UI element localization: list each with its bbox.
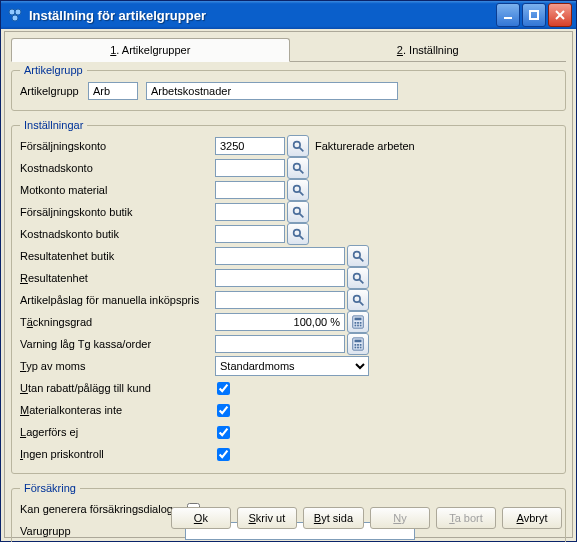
close-button[interactable] xyxy=(548,3,572,27)
label-motkonto: Motkonto material xyxy=(20,184,215,196)
svg-point-21 xyxy=(353,295,360,302)
legend-installningar: Inställningar xyxy=(20,119,87,131)
label-tackningsgrad: Täckningsgrad xyxy=(20,316,215,328)
ok-button[interactable]: Ok xyxy=(171,507,231,529)
svg-rect-37 xyxy=(357,347,359,349)
tackningsgrad-calc-button[interactable] xyxy=(347,311,369,333)
svg-point-9 xyxy=(293,163,300,170)
re-input[interactable] xyxy=(215,269,345,287)
svg-rect-32 xyxy=(355,340,362,343)
main-panel: Artikelgrupp Artikelgrupp Inställningar … xyxy=(11,64,566,542)
label-ingen-pk: Ingen priskontroll xyxy=(20,448,215,460)
re-lookup-button[interactable] xyxy=(347,267,369,289)
re-butik-input[interactable] xyxy=(215,247,345,265)
artikelgrupp-name-input[interactable] xyxy=(146,82,398,100)
svg-rect-28 xyxy=(355,325,357,327)
svg-line-12 xyxy=(299,191,303,195)
label-matkont: Materialkonteras inte xyxy=(20,404,215,416)
re-butik-lookup-button[interactable] xyxy=(347,245,369,267)
legend-artikelgrupp: Artikelgrupp xyxy=(20,64,87,76)
dialog-window: Inställning för artikelgrupper 1. Artike… xyxy=(0,0,577,542)
avbryt-button[interactable]: Avbryt xyxy=(502,507,562,529)
moms-select[interactable]: Standardmoms xyxy=(215,356,369,376)
svg-rect-26 xyxy=(357,322,359,324)
ingen-pk-checkbox[interactable] xyxy=(217,448,230,461)
svg-point-0 xyxy=(9,9,15,15)
ny-button[interactable]: Ny xyxy=(370,507,430,529)
svg-rect-24 xyxy=(355,318,362,321)
svg-line-14 xyxy=(299,213,303,217)
tab-installning[interactable]: 2. Inställning xyxy=(290,38,567,62)
svg-point-2 xyxy=(12,15,18,21)
apaslag-input[interactable] xyxy=(215,291,345,309)
label-fk-butik: Försäljningskonto butik xyxy=(20,206,215,218)
skriv-ut-button[interactable]: Skriv ut xyxy=(237,507,297,529)
matkont-checkbox[interactable] xyxy=(217,404,230,417)
motkonto-lookup-button[interactable] xyxy=(287,179,309,201)
svg-rect-30 xyxy=(360,325,362,327)
svg-line-8 xyxy=(299,147,303,151)
forsaljningskonto-lookup-button[interactable] xyxy=(287,135,309,157)
apaslag-lookup-button[interactable] xyxy=(347,289,369,311)
ta-bort-button[interactable]: Ta bort xyxy=(436,507,496,529)
label-artikelgrupp: Artikelgrupp xyxy=(20,85,88,97)
byt-sida-button[interactable]: Byt sida xyxy=(303,507,364,529)
minimize-button[interactable] xyxy=(496,3,520,27)
svg-point-13 xyxy=(293,207,300,214)
svg-rect-33 xyxy=(355,344,357,346)
svg-point-7 xyxy=(293,141,300,148)
svg-rect-27 xyxy=(360,322,362,324)
fk-butik-input[interactable] xyxy=(215,203,285,221)
client-area: 1. Artikelgrupper 2. Inställning Artikel… xyxy=(4,31,573,538)
svg-rect-36 xyxy=(355,347,357,349)
tackningsgrad-input[interactable] xyxy=(215,313,345,331)
svg-point-11 xyxy=(293,185,300,192)
svg-rect-35 xyxy=(360,344,362,346)
svg-point-15 xyxy=(293,229,300,236)
label-re-butik: Resultatenhet butik xyxy=(20,250,215,262)
svg-rect-3 xyxy=(504,17,512,19)
tab-artikelgrupper[interactable]: 1. Artikelgrupper xyxy=(11,38,290,62)
motkonto-input[interactable] xyxy=(215,181,285,199)
svg-rect-38 xyxy=(360,347,362,349)
label-lagerfor: Lagerförs ej xyxy=(20,426,215,438)
forsaljningskonto-input[interactable] xyxy=(215,137,285,155)
titlebar: Inställning för artikelgrupper xyxy=(1,1,576,29)
label-apaslag: Artikelpåslag för manuella inköpspris xyxy=(20,294,215,306)
tabs: 1. Artikelgrupper 2. Inställning xyxy=(11,38,566,62)
label-kan-gen: Kan generera försäkringsdialog xyxy=(20,503,185,515)
forsaljningskonto-hint: Fakturerade arbeten xyxy=(315,140,415,152)
group-installningar: Inställningar Försäljningskonto Fakturer… xyxy=(11,119,566,474)
kk-butik-lookup-button[interactable] xyxy=(287,223,309,245)
kostnadskonto-lookup-button[interactable] xyxy=(287,157,309,179)
svg-line-16 xyxy=(299,235,303,239)
label-forsaljningskonto: Försäljningskonto xyxy=(20,140,215,152)
svg-line-22 xyxy=(359,301,363,305)
utan-rabatt-checkbox[interactable] xyxy=(217,382,230,395)
window-title: Inställning för artikelgrupper xyxy=(29,8,496,23)
svg-rect-34 xyxy=(357,344,359,346)
svg-line-18 xyxy=(359,257,363,261)
artikelgrupp-code-input[interactable] xyxy=(88,82,138,100)
svg-rect-25 xyxy=(355,322,357,324)
svg-point-1 xyxy=(15,9,21,15)
svg-point-19 xyxy=(353,273,360,280)
label-kostnadskonto: Kostnadskonto xyxy=(20,162,215,174)
svg-rect-29 xyxy=(357,325,359,327)
kk-butik-input[interactable] xyxy=(215,225,285,243)
label-utan-rabatt: Utan rabatt/pålägg till kund xyxy=(20,382,215,394)
kostnadskonto-input[interactable] xyxy=(215,159,285,177)
label-re: Resultatenhet xyxy=(20,272,215,284)
lagerfor-checkbox[interactable] xyxy=(217,426,230,439)
legend-forsakring: Försäkring xyxy=(20,482,80,494)
svg-rect-4 xyxy=(530,11,538,19)
varning-calc-button[interactable] xyxy=(347,333,369,355)
svg-line-20 xyxy=(359,279,363,283)
varning-input[interactable] xyxy=(215,335,345,353)
label-varugrupp: Varugrupp xyxy=(20,525,185,537)
svg-line-10 xyxy=(299,169,303,173)
svg-point-17 xyxy=(353,251,360,258)
fk-butik-lookup-button[interactable] xyxy=(287,201,309,223)
button-bar: Ok Skriv ut Byt sida Ny Ta bort Avbryt xyxy=(171,507,562,529)
maximize-button[interactable] xyxy=(522,3,546,27)
